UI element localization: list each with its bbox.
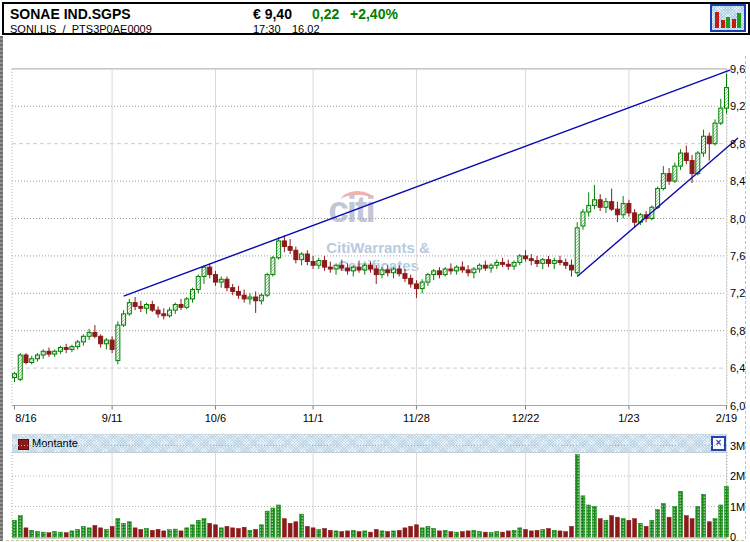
- svg-text:8,4: 8,4: [730, 175, 745, 187]
- svg-text:8,0: 8,0: [730, 213, 745, 225]
- svg-text:7,6: 7,6: [730, 250, 745, 262]
- svg-text:8,8: 8,8: [730, 138, 745, 150]
- svg-text:7,2: 7,2: [730, 287, 745, 299]
- gridlines: [6, 56, 746, 541]
- svg-text:11/1: 11/1: [303, 412, 324, 424]
- svg-text:6,8: 6,8: [730, 325, 745, 337]
- svg-text:1/23: 1/23: [618, 412, 639, 424]
- axis-labels: 9,69,28,88,48,07,67,26,86,46,08/169/1110…: [15, 63, 746, 542]
- svg-text:9/11: 9/11: [102, 412, 123, 424]
- svg-text:3M: 3M: [730, 440, 745, 452]
- svg-text:11/28: 11/28: [403, 412, 430, 424]
- svg-text:6,4: 6,4: [730, 362, 745, 374]
- svg-text:6,0: 6,0: [730, 400, 745, 412]
- svg-text:9,6: 9,6: [730, 63, 745, 75]
- svg-text:12/22: 12/22: [512, 412, 540, 424]
- candlestick-volume-chart: 9,69,28,88,48,07,67,26,86,46,08/169/1110…: [0, 0, 750, 542]
- svg-text:1M: 1M: [730, 501, 745, 513]
- svg-text:9,2: 9,2: [730, 100, 745, 112]
- svg-text:8/16: 8/16: [15, 412, 36, 424]
- stock-chart-widget: SONAE IND.SGPS SONI.LIS / PTS3P0AE0009 €…: [0, 0, 750, 542]
- svg-text:10/6: 10/6: [205, 412, 226, 424]
- candles: [13, 74, 729, 383]
- volume-bars: [13, 455, 729, 537]
- svg-text:0: 0: [730, 531, 736, 542]
- svg-text:2M: 2M: [730, 470, 745, 482]
- svg-text:2/19: 2/19: [716, 412, 737, 424]
